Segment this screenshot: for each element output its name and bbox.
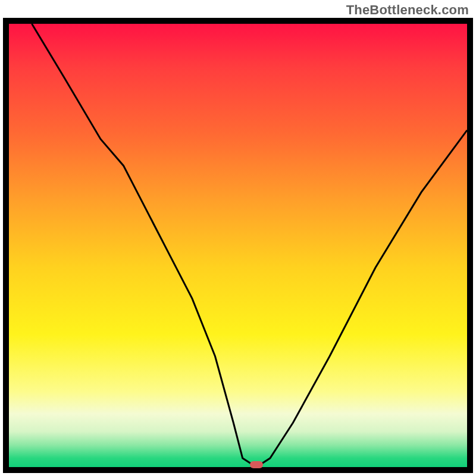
trough-marker [250,461,263,468]
curve-layer [9,24,467,467]
chart-frame: TheBottleneck.com [0,0,476,476]
watermark-text: TheBottleneck.com [346,2,469,18]
plot-area [3,18,473,473]
bottleneck-curve [32,24,468,467]
